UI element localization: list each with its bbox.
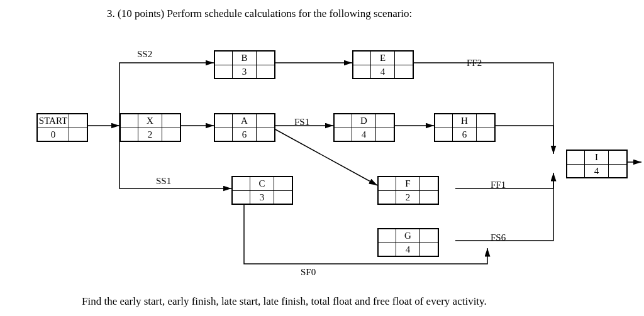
dur-cell: 2 (138, 128, 162, 141)
es-cell (215, 52, 233, 65)
node-x: X 2 (119, 113, 181, 142)
node-name: START (38, 114, 69, 128)
dur-cell: 2 (396, 191, 420, 204)
node-name: X (138, 114, 162, 128)
ls-cell (215, 65, 233, 78)
ef-cell (395, 52, 413, 65)
lf-cell (274, 191, 292, 204)
es-cell (121, 114, 138, 128)
ef-cell (274, 177, 292, 190)
node-f: F 2 (377, 176, 439, 205)
ef-cell (477, 114, 494, 128)
es-cell (215, 114, 233, 128)
dur-cell: 3 (250, 191, 274, 204)
es-cell (353, 52, 371, 65)
es-cell (233, 177, 250, 190)
node-name: D (352, 114, 376, 128)
node-e: E 4 (352, 50, 414, 79)
es-cell (379, 177, 396, 190)
footer-text: Find the early start, early finish, late… (82, 295, 487, 308)
node-start: START 0 (36, 113, 88, 142)
lf-cell (609, 165, 626, 177)
ls-cell (379, 243, 396, 256)
node-d: D 4 (333, 113, 395, 142)
ef-cell (420, 177, 438, 190)
node-name: H (453, 114, 477, 128)
ef-cell (69, 114, 87, 128)
lf-cell (420, 191, 438, 204)
ls-cell (233, 191, 250, 204)
ef-cell (420, 229, 438, 242)
ls-cell (335, 128, 352, 141)
node-i: I 4 (566, 150, 628, 178)
es-cell (435, 114, 453, 128)
dur-cell: 4 (396, 243, 420, 256)
label-ff1: FF1 (491, 180, 506, 190)
label-fs1: FS1 (294, 117, 309, 128)
dur-cell: 4 (371, 65, 395, 78)
dur-cell: 6 (233, 128, 257, 141)
node-b: B 3 (214, 50, 275, 79)
es-cell (567, 151, 585, 164)
ls-cell (567, 165, 585, 177)
lf-cell (420, 243, 438, 256)
node-name: F (396, 177, 420, 190)
lf-cell (477, 128, 494, 141)
question-text: 3. (10 points) Perform schedule calculat… (107, 8, 412, 20)
node-name: A (233, 114, 257, 128)
network-arrows (0, 0, 644, 316)
node-name: B (233, 52, 257, 65)
label-fs6: FS6 (491, 232, 506, 243)
dur-cell: 6 (453, 128, 477, 141)
dur-cell: 4 (352, 128, 376, 141)
lf-cell (69, 128, 87, 141)
ef-cell (257, 114, 274, 128)
dur-cell: 4 (585, 165, 609, 177)
es-cell (379, 229, 396, 242)
node-c: C 3 (231, 176, 293, 205)
node-name: I (585, 151, 609, 164)
label-ss1: SS1 (156, 176, 171, 187)
ef-cell (376, 114, 394, 128)
lf-cell (257, 128, 274, 141)
node-a: A 6 (214, 113, 275, 142)
node-name: E (371, 52, 395, 65)
node-g: G 4 (377, 228, 439, 257)
label-sf0: SF0 (301, 267, 316, 278)
label-ff2: FF2 (467, 58, 482, 68)
ls-cell (379, 191, 396, 204)
node-h: H 6 (434, 113, 496, 142)
ls-cell (353, 65, 371, 78)
ef-cell (609, 151, 626, 164)
ef-cell (162, 114, 180, 128)
dur-cell: 0 (38, 128, 69, 141)
node-name: C (250, 177, 274, 190)
lf-cell (257, 65, 274, 78)
ef-cell (257, 52, 274, 65)
node-name: G (396, 229, 420, 242)
es-cell (335, 114, 352, 128)
lf-cell (162, 128, 180, 141)
lf-cell (376, 128, 394, 141)
lf-cell (395, 65, 413, 78)
ls-cell (435, 128, 453, 141)
label-ss2: SS2 (137, 49, 152, 60)
ls-cell (121, 128, 138, 141)
ls-cell (215, 128, 233, 141)
dur-cell: 3 (233, 65, 257, 78)
